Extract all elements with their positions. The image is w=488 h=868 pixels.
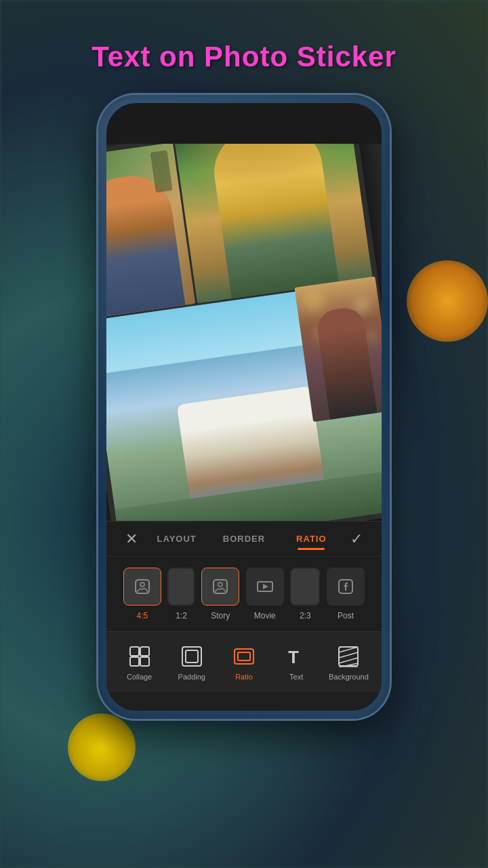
ratio-label-1-2: 1:2 <box>176 611 187 620</box>
collage-card <box>106 144 382 556</box>
svg-point-3 <box>218 583 222 587</box>
nav-collage-label: Collage <box>127 673 152 681</box>
svg-rect-8 <box>140 647 149 656</box>
svg-text:T: T <box>288 647 299 667</box>
nav-collage[interactable]: Collage <box>113 644 165 681</box>
nav-padding-label: Padding <box>178 673 205 681</box>
tab-layout[interactable]: LAYOUT <box>143 528 210 549</box>
svg-rect-10 <box>140 657 149 666</box>
nav-background-label: Background <box>329 673 369 681</box>
ratio-label-movie: Movie <box>254 611 276 620</box>
ratio-options-container: 4:5 1:2 <box>106 557 382 631</box>
photo-cell-2 <box>175 144 373 303</box>
nav-ratio[interactable]: Ratio <box>218 644 270 681</box>
ratio-label-2-3: 2:3 <box>300 611 311 620</box>
svg-point-1 <box>140 583 144 587</box>
ratio-item-4-5[interactable]: 4:5 <box>123 568 161 620</box>
app-title: Text on Photo Sticker <box>0 41 488 73</box>
svg-line-17 <box>339 647 358 652</box>
svg-line-19 <box>339 658 358 663</box>
phone-notch <box>203 103 285 122</box>
ratio-item-movie[interactable]: Movie <box>246 568 284 620</box>
ratio-icon-post <box>327 568 365 606</box>
toolbar-area: ✕ LAYOUT BORDER RATIO ✓ <box>106 521 382 711</box>
background-icon <box>336 644 361 669</box>
tab-bar: ✕ LAYOUT BORDER RATIO ✓ <box>106 521 382 557</box>
ratio-icon-2-3 <box>290 568 320 606</box>
tab-ratio[interactable]: RATIO <box>278 528 345 549</box>
ratio-icon-movie <box>246 568 284 606</box>
ratio-icon-1-2 <box>167 568 195 606</box>
phone-frame: ✕ LAYOUT BORDER RATIO ✓ <box>98 95 390 719</box>
ratio-label-post: Post <box>338 611 354 620</box>
ratio-item-2-3[interactable]: 2:3 <box>290 568 320 620</box>
ratio-item-1-2[interactable]: 1:2 <box>167 568 195 620</box>
close-button[interactable]: ✕ <box>120 525 143 553</box>
collage-display-area <box>106 144 382 564</box>
nav-text[interactable]: T Text <box>270 644 323 681</box>
bottom-nav: Collage Padding <box>106 631 382 692</box>
ratio-nav-icon <box>232 644 256 669</box>
nav-background[interactable]: Background <box>323 644 375 681</box>
svg-rect-9 <box>130 657 139 666</box>
ratio-icon-story <box>201 568 239 606</box>
svg-rect-12 <box>186 650 198 663</box>
svg-rect-7 <box>130 647 139 656</box>
bg-orange-blob <box>407 260 488 342</box>
svg-marker-5 <box>263 584 268 589</box>
svg-rect-14 <box>238 652 250 660</box>
phone-screen: ✕ LAYOUT BORDER RATIO ✓ <box>106 103 382 711</box>
padding-icon <box>180 644 204 669</box>
ratio-icon-4-5 <box>123 568 161 606</box>
text-icon: T <box>284 644 308 669</box>
ratio-item-post[interactable]: Post <box>327 568 365 620</box>
svg-line-18 <box>339 652 358 658</box>
nav-ratio-label: Ratio <box>235 673 253 681</box>
bg-yellow-blob <box>68 713 136 781</box>
ratio-item-story[interactable]: Story <box>201 568 239 620</box>
nav-padding[interactable]: Padding <box>165 644 218 681</box>
tab-border[interactable]: BORDER <box>210 528 277 549</box>
check-button[interactable]: ✓ <box>345 525 368 553</box>
ratio-label-4-5: 4:5 <box>136 611 148 620</box>
nav-text-label: Text <box>289 673 303 681</box>
ratio-label-story: Story <box>211 611 230 620</box>
collage-icon <box>127 644 152 669</box>
